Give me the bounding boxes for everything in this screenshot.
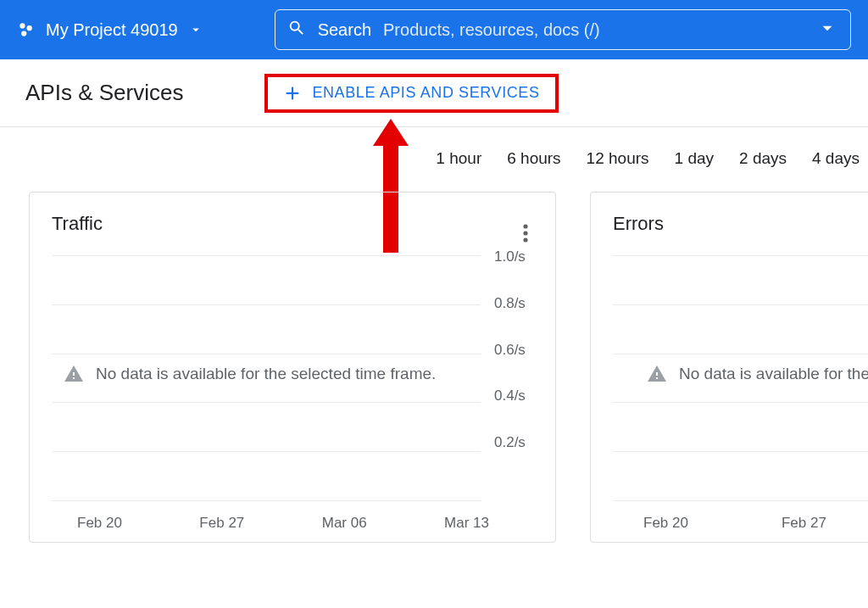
search-box[interactable]: Search Products, resources, docs (/) bbox=[275, 9, 851, 50]
traffic-nodata: No data is available for the selected ti… bbox=[64, 364, 436, 384]
errors-card: Errors No data is available for the Feb … bbox=[590, 192, 868, 543]
nodata-text: No data is available for the selected ti… bbox=[96, 365, 436, 383]
svg-point-7 bbox=[523, 231, 527, 235]
time-range-option[interactable]: 2 days bbox=[739, 149, 787, 168]
x-tick: Feb 27 bbox=[782, 515, 826, 532]
chart-y-labels: 1.0/s 0.8/s 0.6/s 0.4/s 0.2/s . bbox=[487, 255, 540, 505]
project-name: My Project 49019 bbox=[46, 20, 178, 40]
y-tick: 0.6/s bbox=[494, 342, 540, 359]
time-range-option[interactable]: 1 day bbox=[675, 149, 714, 168]
time-range-option[interactable]: 4 days bbox=[812, 149, 860, 168]
traffic-card-title: Traffic bbox=[52, 213, 540, 235]
chart-x-labels: Feb 20 Feb 27 bbox=[643, 515, 868, 532]
search-icon bbox=[287, 19, 306, 42]
svg-point-1 bbox=[27, 25, 32, 31]
time-range-picker: 1 hour 6 hours 12 hours 1 day 2 days 4 d… bbox=[0, 127, 868, 175]
svg-point-6 bbox=[523, 224, 527, 228]
nodata-text: No data is available for the bbox=[679, 365, 868, 383]
traffic-chart: 1.0/s 0.8/s 0.6/s 0.4/s 0.2/s . No data … bbox=[52, 255, 540, 527]
search-placeholder: Products, resources, docs (/) bbox=[383, 20, 600, 40]
x-tick: Mar 06 bbox=[322, 515, 367, 532]
y-tick: 0.2/s bbox=[494, 434, 540, 451]
time-range-option[interactable]: 1 hour bbox=[436, 149, 481, 168]
x-tick: Feb 27 bbox=[199, 515, 244, 532]
traffic-card: Traffic 1.0/s 0.8/s 0.6/s 0.4/s 0.2/s . … bbox=[29, 192, 556, 543]
time-range-option[interactable]: 12 hours bbox=[587, 149, 649, 168]
y-tick: 1.0/s bbox=[494, 248, 540, 265]
dropdown-caret-icon bbox=[188, 22, 203, 37]
x-tick: Feb 20 bbox=[77, 515, 122, 532]
svg-point-0 bbox=[19, 23, 25, 28]
page-title: APIs & Services bbox=[25, 80, 183, 106]
top-header: My Project 49019 Search Products, resour… bbox=[0, 0, 868, 59]
x-tick: Mar 13 bbox=[444, 515, 489, 532]
errors-card-title: Errors bbox=[613, 213, 868, 235]
sub-header: APIs & Services ENABLE APIS AND SERVICES bbox=[0, 59, 868, 127]
chart-x-labels: Feb 20 Feb 27 Mar 06 Mar 13 bbox=[77, 515, 489, 532]
enable-apis-button[interactable]: ENABLE APIS AND SERVICES bbox=[264, 74, 558, 113]
y-tick: 0.8/s bbox=[494, 295, 540, 312]
svg-point-8 bbox=[523, 237, 527, 242]
chevron-down-icon[interactable] bbox=[816, 17, 838, 43]
search-label: Search bbox=[318, 20, 371, 40]
time-range-option[interactable]: 6 hours bbox=[507, 149, 560, 168]
svg-point-2 bbox=[21, 31, 26, 36]
project-selector[interactable]: My Project 49019 bbox=[17, 20, 203, 40]
card-menu-icon[interactable] bbox=[523, 223, 528, 247]
errors-nodata: No data is available for the bbox=[647, 364, 868, 384]
cards-row: Traffic 1.0/s 0.8/s 0.6/s 0.4/s 0.2/s . … bbox=[0, 175, 868, 543]
project-hex-icon bbox=[17, 20, 36, 39]
y-tick: 0.4/s bbox=[494, 388, 540, 404]
errors-chart: No data is available for the Feb 20 Feb … bbox=[613, 255, 868, 527]
enable-apis-label: ENABLE APIS AND SERVICES bbox=[312, 84, 539, 102]
x-tick: Feb 20 bbox=[643, 515, 688, 532]
